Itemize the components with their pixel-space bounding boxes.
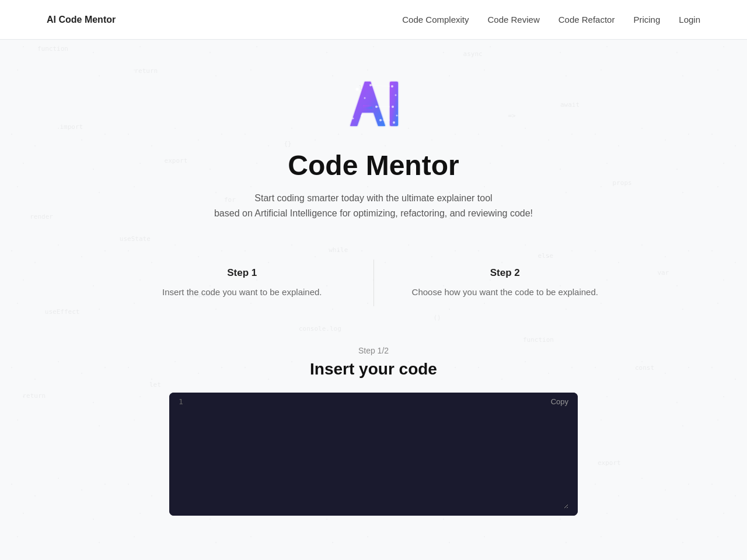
step-1-title: Step 1: [134, 267, 350, 279]
svg-point-12: [392, 106, 394, 108]
svg-point-10: [391, 85, 393, 88]
line-number: 1: [179, 397, 183, 406]
step-1-description: Insert the code you want to be explained…: [134, 286, 350, 299]
ai-logo: [338, 75, 409, 133]
insert-code-title: Insert your code: [310, 360, 437, 379]
nav-logo[interactable]: AI Code Mentor: [47, 15, 116, 25]
step-1: Step 1 Insert the code you want to be ex…: [111, 256, 374, 311]
code-editor-header: 1 Copy: [169, 393, 578, 411]
svg-point-2: [356, 88, 359, 91]
step-2-title: Step 2: [397, 267, 613, 279]
navbar: AI Code Mentor Code Complexity Code Revi…: [0, 0, 747, 40]
svg-point-8: [352, 118, 354, 120]
nav-link-login[interactable]: Login: [679, 15, 700, 24]
step-2: Step 2 Choose how you want the code to b…: [374, 256, 637, 311]
code-input[interactable]: [179, 415, 568, 509]
hero-title: Code Mentor: [288, 149, 459, 181]
nav-link-code-complexity[interactable]: Code Complexity: [402, 15, 469, 24]
code-editor-body[interactable]: [169, 411, 578, 516]
svg-rect-9: [390, 82, 398, 126]
svg-rect-1: [363, 105, 372, 108]
svg-point-13: [396, 115, 398, 117]
svg-point-6: [361, 115, 363, 117]
steps-section: Step 1 Insert the code you want to be ex…: [111, 256, 636, 311]
step-indicator: Step 1/2: [358, 346, 389, 355]
hero-subtitle: Start coding smarter today with the ulti…: [214, 191, 533, 220]
nav-link-code-review[interactable]: Code Review: [488, 15, 540, 24]
copy-button[interactable]: Copy: [551, 397, 568, 406]
nav-link-code-refactor[interactable]: Code Refactor: [558, 15, 615, 24]
svg-point-4: [364, 97, 366, 99]
svg-point-14: [393, 121, 395, 124]
svg-line-15: [371, 85, 390, 86]
nav-links: Code Complexity Code Review Code Refacto…: [402, 15, 700, 24]
step-2-description: Choose how you want the code to be expla…: [397, 286, 613, 299]
nav-link-pricing[interactable]: Pricing: [633, 15, 660, 24]
svg-point-11: [395, 94, 397, 96]
main-content: Code Mentor Start coding smarter today w…: [0, 40, 747, 516]
code-editor[interactable]: 1 Copy: [169, 393, 578, 516]
